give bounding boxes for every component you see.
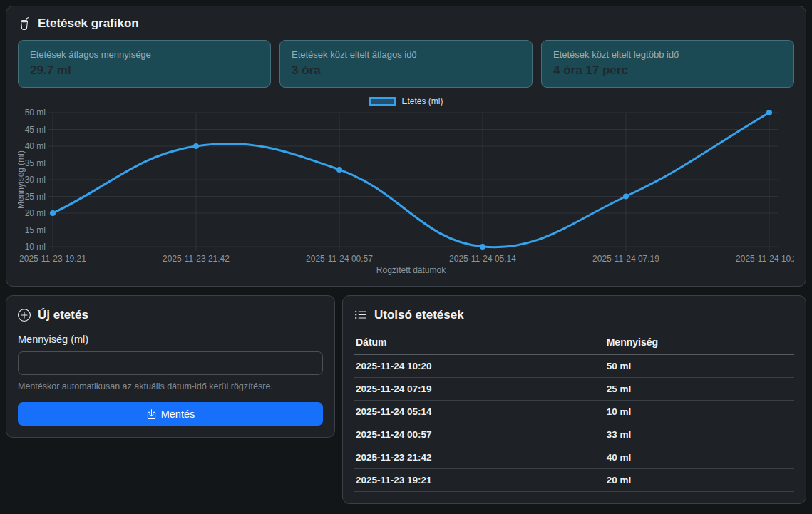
- svg-text:30 ml: 30 ml: [25, 175, 46, 185]
- feedings-chart-svg: 10 ml15 ml20 ml25 ml30 ml35 ml40 ml45 ml…: [18, 108, 794, 277]
- svg-text:2025-11-24 05:14: 2025-11-24 05:14: [449, 254, 516, 264]
- new-feeding-title: Új etetés: [38, 307, 88, 323]
- svg-text:45 ml: 45 ml: [25, 125, 46, 135]
- chart-card: Etetések grafikon Etetések átlagos menny…: [6, 6, 806, 287]
- chart-card-header: Etetések grafikon: [18, 16, 794, 31]
- amount-label: Mennyiség (ml): [18, 334, 323, 345]
- table-row: 2025-11-23 21:4240 ml: [354, 446, 794, 469]
- feeding-date-cell: 2025-11-24 00:57: [354, 423, 605, 446]
- table-row: 2025-11-24 05:1410 ml: [354, 401, 794, 423]
- table-row: 2025-11-24 00:5733 ml: [354, 423, 794, 446]
- save-icon: [146, 408, 157, 419]
- feeding-date-cell: 2025-11-23 21:42: [354, 446, 605, 469]
- stat-average-amount: Etetések átlagos mennyisége 29.7 ml: [18, 40, 271, 88]
- svg-text:20 ml: 20 ml: [25, 208, 46, 218]
- svg-text:2025-11-24 00:57: 2025-11-24 00:57: [306, 254, 373, 264]
- column-header-amount: Mennyiség: [605, 332, 794, 355]
- feeding-tracker-page: Etetések grafikon Etetések átlagos menny…: [0, 0, 812, 510]
- stat-value: 29.7 ml: [30, 63, 259, 78]
- svg-text:Mennyiség (ml): Mennyiség (ml): [18, 150, 26, 209]
- column-header-date: Dátum: [354, 332, 605, 355]
- cup-straw-icon: [18, 17, 31, 30]
- plus-circle-icon: [18, 309, 31, 322]
- save-button-label: Mentés: [161, 408, 195, 420]
- feedings-table: Dátum Mennyiség 2025-11-24 10:2050 ml202…: [354, 332, 794, 492]
- stat-value: 4 óra 17 perc: [553, 63, 782, 78]
- svg-text:40 ml: 40 ml: [25, 141, 46, 151]
- last-feedings-header: Utolsó etetések: [354, 307, 794, 323]
- legend-swatch: [369, 97, 396, 106]
- new-feeding-header: Új etetés: [18, 307, 323, 323]
- svg-text:2025-11-24 07:19: 2025-11-24 07:19: [592, 254, 659, 264]
- stats-row: Etetések átlagos mennyisége 29.7 ml Etet…: [18, 40, 794, 88]
- stat-average-interval: Etetések közt eltelt átlagos idő 3 óra: [279, 40, 533, 88]
- svg-text:25 ml: 25 ml: [25, 192, 46, 202]
- amount-input[interactable]: [18, 351, 323, 375]
- svg-text:2025-11-23 21:42: 2025-11-23 21:42: [163, 254, 230, 264]
- stat-longest-interval: Etetések közt eltelt legtöbb idő 4 óra 1…: [541, 40, 794, 88]
- chart-legend[interactable]: Etetés (ml): [18, 96, 794, 106]
- last-feedings-title: Utolsó etetések: [374, 307, 464, 323]
- feeding-amount-cell: 10 ml: [605, 401, 794, 423]
- table-row: 2025-11-23 19:2120 ml: [354, 469, 794, 492]
- feeding-date-cell: 2025-11-24 07:19: [354, 378, 605, 401]
- svg-text:35 ml: 35 ml: [25, 158, 46, 168]
- save-button[interactable]: Mentés: [18, 402, 323, 426]
- feeding-amount-cell: 20 ml: [605, 469, 794, 492]
- svg-text:Rögzített dátumok: Rögzített dátumok: [376, 265, 446, 275]
- table-row: 2025-11-24 10:2050 ml: [354, 355, 794, 378]
- stat-label: Etetések közt eltelt legtöbb idő: [553, 48, 782, 61]
- list-icon: [354, 309, 367, 322]
- stat-label: Etetések átlagos mennyisége: [30, 48, 259, 61]
- chart-card-title: Etetések grafikon: [38, 16, 139, 31]
- bottom-row: Új etetés Mennyiség (ml) Mentéskor autom…: [6, 295, 806, 504]
- feeding-date-cell: 2025-11-24 05:14: [354, 401, 605, 423]
- table-header-row: Dátum Mennyiség: [354, 332, 794, 355]
- last-feedings-card: Utolsó etetések Dátum Mennyiség 2025-11-…: [342, 295, 806, 504]
- svg-text:15 ml: 15 ml: [25, 225, 46, 235]
- svg-text:2025-11-24 10:20: 2025-11-24 10:20: [736, 254, 794, 264]
- feeding-amount-cell: 50 ml: [605, 355, 794, 378]
- feeding-amount-cell: 40 ml: [605, 446, 794, 469]
- table-row: 2025-11-24 07:1925 ml: [354, 378, 794, 401]
- legend-label: Etetés (ml): [401, 96, 443, 106]
- feedings-table-body: 2025-11-24 10:2050 ml2025-11-24 07:1925 …: [354, 355, 794, 492]
- save-help-text: Mentéskor automatikusan az aktuális dátu…: [18, 381, 323, 392]
- new-feeding-card: Új etetés Mennyiség (ml) Mentéskor autom…: [6, 295, 335, 438]
- svg-text:2025-11-23 19:21: 2025-11-23 19:21: [19, 254, 86, 264]
- feeding-amount-cell: 33 ml: [605, 423, 794, 446]
- feeding-date-cell: 2025-11-24 10:20: [354, 355, 605, 378]
- stat-value: 3 óra: [292, 63, 520, 78]
- stat-label: Etetések közt eltelt átlagos idő: [292, 48, 520, 61]
- feeding-amount-cell: 25 ml: [605, 378, 794, 401]
- svg-text:50 ml: 50 ml: [25, 108, 46, 118]
- feeding-date-cell: 2025-11-23 19:21: [354, 469, 605, 492]
- svg-text:10 ml: 10 ml: [25, 242, 46, 252]
